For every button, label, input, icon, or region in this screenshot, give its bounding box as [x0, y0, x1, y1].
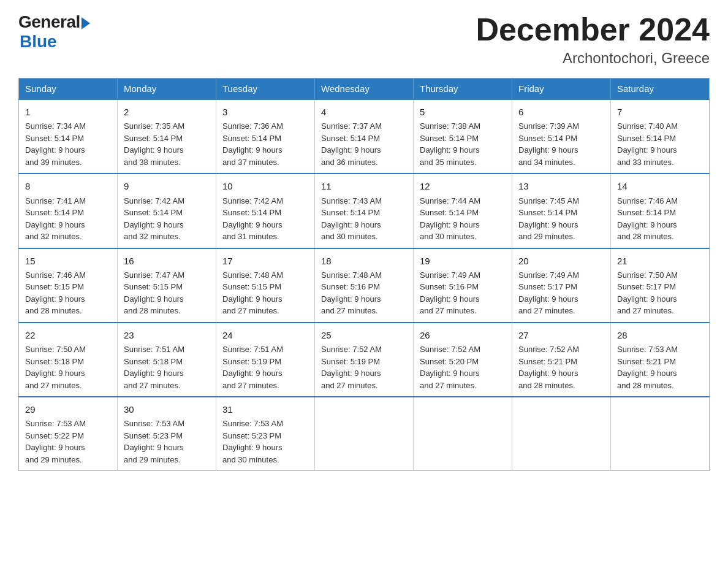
day-number: 21: [617, 254, 703, 268]
week-row-2: 8 Sunrise: 7:41 AMSunset: 5:14 PMDayligh…: [19, 174, 710, 248]
day-number: 16: [124, 254, 210, 268]
day-number: 26: [420, 328, 506, 342]
day-number: 22: [25, 328, 111, 342]
day-number: 8: [25, 179, 111, 193]
title-block: December 2024 Archontochori, Greece: [476, 12, 710, 67]
logo-arrow-icon: [82, 17, 90, 29]
week-row-3: 15 Sunrise: 7:46 AMSunset: 5:15 PMDaylig…: [19, 248, 710, 323]
day-cell: 20 Sunrise: 7:49 AMSunset: 5:17 PMDaylig…: [512, 248, 611, 323]
day-info: Sunrise: 7:51 AMSunset: 5:18 PMDaylight:…: [124, 343, 210, 391]
day-info: Sunrise: 7:34 AMSunset: 5:14 PMDaylight:…: [25, 120, 111, 168]
day-info: Sunrise: 7:39 AMSunset: 5:14 PMDaylight:…: [518, 120, 604, 168]
day-cell: 9 Sunrise: 7:42 AMSunset: 5:14 PMDayligh…: [118, 174, 216, 248]
day-cell: 12 Sunrise: 7:44 AMSunset: 5:14 PMDaylig…: [414, 174, 512, 248]
header-cell-sunday: Sunday: [19, 79, 118, 100]
day-cell: [315, 397, 414, 471]
day-cell: 3 Sunrise: 7:36 AMSunset: 5:14 PMDayligh…: [216, 99, 315, 174]
day-number: 7: [617, 105, 703, 119]
day-info: Sunrise: 7:38 AMSunset: 5:14 PMDaylight:…: [420, 120, 506, 168]
day-number: 5: [420, 105, 506, 119]
day-number: 30: [124, 402, 210, 416]
day-info: Sunrise: 7:52 AMSunset: 5:19 PMDaylight:…: [321, 343, 407, 391]
day-cell: 18 Sunrise: 7:48 AMSunset: 5:16 PMDaylig…: [315, 248, 414, 323]
day-info: Sunrise: 7:40 AMSunset: 5:14 PMDaylight:…: [617, 120, 703, 168]
day-cell: [611, 397, 710, 471]
day-info: Sunrise: 7:46 AMSunset: 5:15 PMDaylight:…: [25, 269, 111, 317]
day-cell: 15 Sunrise: 7:46 AMSunset: 5:15 PMDaylig…: [19, 248, 118, 323]
day-number: 10: [222, 179, 308, 193]
week-row-1: 1 Sunrise: 7:34 AMSunset: 5:14 PMDayligh…: [19, 99, 710, 174]
day-info: Sunrise: 7:52 AMSunset: 5:21 PMDaylight:…: [518, 343, 604, 391]
day-cell: 25 Sunrise: 7:52 AMSunset: 5:19 PMDaylig…: [315, 323, 414, 397]
day-info: Sunrise: 7:37 AMSunset: 5:14 PMDaylight:…: [321, 120, 407, 168]
logo-general-text: General: [18, 12, 80, 32]
day-cell: [512, 397, 611, 471]
day-number: 19: [420, 254, 506, 268]
day-info: Sunrise: 7:53 AMSunset: 5:21 PMDaylight:…: [617, 343, 703, 391]
day-number: 9: [124, 179, 210, 193]
day-number: 12: [420, 179, 506, 193]
header-cell-tuesday: Tuesday: [216, 79, 315, 100]
header-cell-saturday: Saturday: [611, 79, 710, 100]
day-number: 6: [518, 105, 604, 119]
day-number: 28: [617, 328, 703, 342]
logo: General Blue: [18, 12, 90, 52]
header-cell-thursday: Thursday: [414, 79, 512, 100]
calendar-header: SundayMondayTuesdayWednesdayThursdayFrid…: [19, 79, 710, 100]
main-title: December 2024: [476, 12, 710, 47]
day-cell: 6 Sunrise: 7:39 AMSunset: 5:14 PMDayligh…: [512, 99, 611, 174]
header-cell-wednesday: Wednesday: [315, 79, 414, 100]
day-number: 11: [321, 179, 407, 193]
day-info: Sunrise: 7:53 AMSunset: 5:22 PMDaylight:…: [25, 418, 111, 465]
day-cell: 4 Sunrise: 7:37 AMSunset: 5:14 PMDayligh…: [315, 99, 414, 174]
day-number: 31: [222, 402, 308, 416]
day-cell: 28 Sunrise: 7:53 AMSunset: 5:21 PMDaylig…: [611, 323, 710, 397]
day-number: 1: [25, 105, 111, 119]
day-info: Sunrise: 7:49 AMSunset: 5:16 PMDaylight:…: [420, 269, 506, 317]
day-number: 18: [321, 254, 407, 268]
day-number: 24: [222, 328, 308, 342]
day-cell: 26 Sunrise: 7:52 AMSunset: 5:20 PMDaylig…: [414, 323, 512, 397]
day-cell: 14 Sunrise: 7:46 AMSunset: 5:14 PMDaylig…: [611, 174, 710, 248]
day-cell: 2 Sunrise: 7:35 AMSunset: 5:14 PMDayligh…: [118, 99, 216, 174]
day-cell: 16 Sunrise: 7:47 AMSunset: 5:15 PMDaylig…: [118, 248, 216, 323]
day-info: Sunrise: 7:42 AMSunset: 5:14 PMDaylight:…: [124, 195, 210, 243]
week-row-5: 29 Sunrise: 7:53 AMSunset: 5:22 PMDaylig…: [19, 397, 710, 471]
day-cell: 1 Sunrise: 7:34 AMSunset: 5:14 PMDayligh…: [19, 99, 118, 174]
day-info: Sunrise: 7:44 AMSunset: 5:14 PMDaylight:…: [420, 195, 506, 243]
day-info: Sunrise: 7:45 AMSunset: 5:14 PMDaylight:…: [518, 195, 604, 243]
day-cell: 13 Sunrise: 7:45 AMSunset: 5:14 PMDaylig…: [512, 174, 611, 248]
subtitle: Archontochori, Greece: [476, 50, 710, 67]
day-cell: 10 Sunrise: 7:42 AMSunset: 5:14 PMDaylig…: [216, 174, 315, 248]
calendar-table: SundayMondayTuesdayWednesdayThursdayFrid…: [18, 78, 710, 471]
day-info: Sunrise: 7:42 AMSunset: 5:14 PMDaylight:…: [222, 195, 308, 243]
day-info: Sunrise: 7:51 AMSunset: 5:19 PMDaylight:…: [222, 343, 308, 391]
day-number: 25: [321, 328, 407, 342]
calendar-body: 1 Sunrise: 7:34 AMSunset: 5:14 PMDayligh…: [19, 99, 710, 471]
day-cell: 24 Sunrise: 7:51 AMSunset: 5:19 PMDaylig…: [216, 323, 315, 397]
day-cell: 7 Sunrise: 7:40 AMSunset: 5:14 PMDayligh…: [611, 99, 710, 174]
day-cell: [414, 397, 512, 471]
day-info: Sunrise: 7:47 AMSunset: 5:15 PMDaylight:…: [124, 269, 210, 317]
day-number: 15: [25, 254, 111, 268]
day-info: Sunrise: 7:41 AMSunset: 5:14 PMDaylight:…: [25, 195, 111, 243]
day-info: Sunrise: 7:50 AMSunset: 5:17 PMDaylight:…: [617, 269, 703, 317]
day-cell: 29 Sunrise: 7:53 AMSunset: 5:22 PMDaylig…: [19, 397, 118, 471]
day-cell: 11 Sunrise: 7:43 AMSunset: 5:14 PMDaylig…: [315, 174, 414, 248]
header-cell-monday: Monday: [118, 79, 216, 100]
logo-blue-text: Blue: [20, 32, 57, 52]
day-number: 29: [25, 402, 111, 416]
day-info: Sunrise: 7:43 AMSunset: 5:14 PMDaylight:…: [321, 195, 407, 243]
day-number: 27: [518, 328, 604, 342]
day-cell: 31 Sunrise: 7:53 AMSunset: 5:23 PMDaylig…: [216, 397, 315, 471]
day-cell: 17 Sunrise: 7:48 AMSunset: 5:15 PMDaylig…: [216, 248, 315, 323]
day-cell: 8 Sunrise: 7:41 AMSunset: 5:14 PMDayligh…: [19, 174, 118, 248]
day-cell: 19 Sunrise: 7:49 AMSunset: 5:16 PMDaylig…: [414, 248, 512, 323]
day-number: 14: [617, 179, 703, 193]
day-number: 13: [518, 179, 604, 193]
day-info: Sunrise: 7:35 AMSunset: 5:14 PMDaylight:…: [124, 120, 210, 168]
day-cell: 30 Sunrise: 7:53 AMSunset: 5:23 PMDaylig…: [118, 397, 216, 471]
day-cell: 5 Sunrise: 7:38 AMSunset: 5:14 PMDayligh…: [414, 99, 512, 174]
week-row-4: 22 Sunrise: 7:50 AMSunset: 5:18 PMDaylig…: [19, 323, 710, 397]
day-info: Sunrise: 7:48 AMSunset: 5:16 PMDaylight:…: [321, 269, 407, 317]
